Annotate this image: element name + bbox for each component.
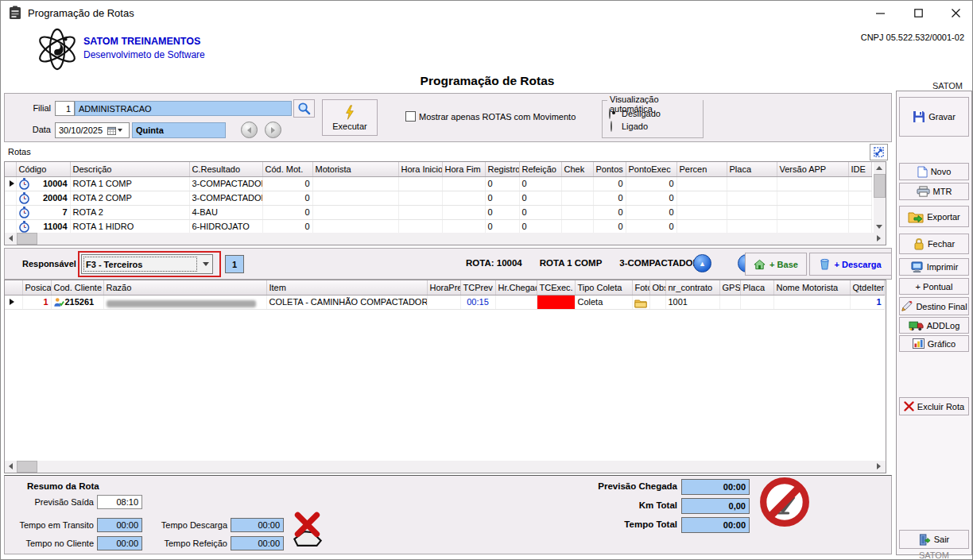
responsavel-combobox[interactable]: F3 - Terceiros	[81, 254, 213, 274]
exportar-button[interactable]: Exportar	[899, 206, 969, 227]
table-row[interactable]: 1 215261 COLETA - CAMINHÃO COMPACTADOR 0…	[5, 295, 884, 309]
col-obs[interactable]: Obs	[649, 280, 665, 295]
col-versaoapp[interactable]: Versão APP	[777, 162, 848, 176]
padlock-icon	[913, 238, 925, 250]
cell-gps	[719, 295, 740, 309]
executar-button[interactable]: Executar	[322, 99, 378, 136]
imprimir-button[interactable]: Imprimir	[899, 258, 969, 276]
responsavel-bar: Responsável F3 - Terceiros 1 ROTA: 10004…	[4, 248, 892, 280]
previsao-chegada-field: 00:00	[681, 479, 750, 495]
cancel-x-icon	[291, 509, 324, 549]
col-horaprev[interactable]: HoraPrev	[427, 280, 460, 295]
table-row[interactable]: 20004 ROTA 2 COMP 3-COMPACTADOR 0 0 0 0 …	[5, 191, 871, 205]
col-horafim[interactable]: Hora Fim	[442, 162, 485, 176]
fechar-button[interactable]: Fechar	[899, 234, 969, 254]
col-placa[interactable]: Placa	[727, 162, 777, 176]
itens-header-row: Posicao Cod. Cliente Razão Item HoraPrev…	[5, 280, 884, 295]
save-icon	[913, 110, 925, 123]
col-percen[interactable]: Percen	[676, 162, 727, 176]
computer-icon	[910, 261, 924, 273]
add-descarga-button[interactable]: + Descarga	[809, 253, 892, 276]
col-pontos[interactable]: Pontos	[593, 162, 626, 176]
scroll-up-icon	[876, 166, 882, 170]
brand-label-bottom: SATOM	[897, 550, 971, 560]
itens-hscrollbar[interactable]	[5, 461, 886, 473]
grafico-button[interactable]: Gráfico	[899, 335, 969, 352]
col-nrcontrato[interactable]: nr_contrato	[665, 280, 719, 295]
previsao-saida-input[interactable]: 08:10	[97, 495, 142, 509]
table-row[interactable]: 11004 ROTA 1 HIDRO 6-HIDROJATO 0 0 0 0 0	[5, 219, 871, 234]
itens-table: Posicao Cod. Cliente Razão Item HoraPrev…	[5, 280, 885, 310]
col-hrchegad[interactable]: Hr.Chegad	[495, 280, 537, 295]
col-horainicio[interactable]: Hora Inicio	[398, 162, 442, 176]
col-gps[interactable]: GPS	[719, 280, 740, 295]
col-descricao[interactable]: Descrição	[70, 162, 189, 176]
col-pontoexec[interactable]: PontoExec	[626, 162, 676, 176]
addlog-button[interactable]: ADDLog	[899, 317, 969, 334]
excluir-rota-button[interactable]: Excluir Rota	[899, 397, 969, 415]
filial-code-input[interactable]: 1	[55, 101, 75, 116]
col-qtdeitens[interactable]: QtdeIten	[850, 280, 884, 295]
destino-final-label: Destino Final	[916, 302, 967, 311]
col-tcprev[interactable]: TCPrev	[460, 280, 495, 295]
col-placa[interactable]: Placa	[740, 280, 773, 295]
filial-search-button[interactable]	[293, 99, 315, 118]
responsavel-label: Responsável	[22, 259, 76, 268]
col-nomemotorista[interactable]: Nome Motorista	[773, 280, 850, 295]
col-ide[interactable]: IDE	[848, 162, 871, 176]
radio-desligado[interactable]	[609, 108, 611, 119]
col-cresultado[interactable]: C.Resultado	[189, 162, 262, 176]
maximize-button[interactable]	[900, 1, 936, 25]
filial-label: Filial	[25, 103, 51, 113]
lightning-icon	[344, 105, 355, 120]
cell-refeicao: 0	[519, 205, 561, 219]
col-posicao[interactable]: Posicao	[22, 280, 51, 295]
table-row[interactable]: 10004 ROTA 1 COMP 3-COMPACTADOR 0 0 0 0 …	[5, 176, 871, 191]
cell-tcexec-alert	[537, 295, 575, 309]
col-foto[interactable]: Foto	[632, 280, 649, 295]
col-item[interactable]: Item	[266, 280, 427, 295]
cell-chek	[561, 176, 593, 191]
radio-ligado[interactable]	[611, 121, 612, 132]
date-input[interactable]: 30/10/2025	[55, 122, 130, 138]
grid-expand-button[interactable]	[870, 144, 888, 160]
col-refeicao[interactable]: Refeição	[519, 162, 561, 176]
sidebar: Gravar Novo MTR Exportar Fechar Imprimir…	[896, 91, 972, 555]
filial-name-field[interactable]: ADMINISTRACAO	[75, 101, 292, 116]
next-day-button[interactable]	[265, 122, 281, 138]
rotas-hscrollbar[interactable]	[5, 233, 886, 245]
calendar-icon	[107, 126, 116, 135]
col-tipocoleta[interactable]: Tipo Coleta	[575, 280, 632, 295]
cell-cresultado: 3-COMPACTADOR	[189, 191, 262, 205]
close-button[interactable]	[938, 1, 973, 25]
calendar-dropdown[interactable]	[107, 126, 122, 135]
arrow-right-icon	[271, 127, 275, 133]
itens-grid: Posicao Cod. Cliente Razão Item HoraPrev…	[4, 280, 886, 473]
minimize-button[interactable]	[862, 1, 898, 25]
col-registro[interactable]: Registro	[485, 162, 519, 176]
col-tcexec[interactable]: TCExec.	[537, 280, 575, 295]
col-razao[interactable]: Razão	[103, 280, 266, 295]
col-codcliente[interactable]: Cod. Cliente	[51, 280, 103, 295]
cell-descricao: ROTA 1 COMP	[70, 176, 189, 191]
rotas-vscrollbar[interactable]	[874, 162, 886, 233]
movimento-checkbox[interactable]	[405, 111, 416, 122]
col-codigo[interactable]: Código	[16, 162, 70, 176]
mtr-button[interactable]: MTR	[899, 183, 969, 200]
col-motorista[interactable]: Motorista	[312, 162, 398, 176]
export-folder-icon	[908, 210, 924, 223]
novo-button[interactable]: Novo	[899, 163, 969, 180]
destino-final-button[interactable]: Destino Final	[899, 297, 969, 315]
cell-hrchegad	[495, 295, 537, 309]
sair-button[interactable]: Sair	[899, 530, 969, 549]
gravar-button[interactable]: Gravar	[899, 97, 969, 137]
prev-day-button[interactable]	[241, 122, 258, 138]
cnpj-text: CNPJ 05.522.532/0001-02	[861, 33, 964, 42]
add-base-button[interactable]: + Base	[745, 253, 807, 276]
move-up-button[interactable]: ▲	[693, 254, 711, 272]
table-row[interactable]: 7 ROTA 2 4-BAU 0 0 0 0 0	[5, 205, 871, 219]
stopwatch-icon	[19, 207, 29, 218]
col-chek[interactable]: Chek	[561, 162, 593, 176]
pontual-button[interactable]: + Pontual	[899, 278, 969, 295]
col-codmot[interactable]: Cód. Mot.	[262, 162, 312, 176]
